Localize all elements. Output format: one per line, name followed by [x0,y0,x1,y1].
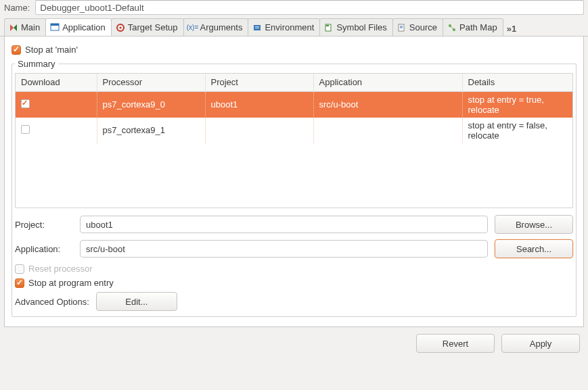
svg-rect-10 [326,25,329,26]
col-download[interactable]: Download [16,74,97,91]
dialog-footer: Revert Apply [0,327,588,360]
name-label: Name: [4,3,30,13]
cell-application [313,118,462,143]
summary-table[interactable]: Download Processor Project Application D… [16,74,572,143]
reset-processor-label: Reset processor [28,264,93,274]
tab-source[interactable]: Source [392,18,443,36]
summary-group: Summary Download Processor Project Appli… [12,59,576,317]
svg-rect-3 [51,24,59,26]
arguments-icon: (x)= [188,23,198,32]
col-processor[interactable]: Processor [97,74,205,91]
search-button[interactable]: Search... [495,239,573,258]
svg-rect-8 [255,28,259,28]
stop-at-entry-label: Stop at program entry [28,278,114,288]
symbols-icon [324,23,334,32]
tab-application[interactable]: Application [45,18,112,36]
cell-project: uboot1 [205,91,313,118]
application-panel: Stop at 'main' Summary Download Processo… [4,36,584,327]
stop-at-main-label: Stop at 'main' [25,45,78,55]
svg-point-5 [119,26,121,28]
tab-arguments[interactable]: (x)= Arguments [183,18,249,36]
reset-processor-checkbox [15,264,24,274]
pathmap-icon [447,23,457,32]
tab-path-map[interactable]: Path Map [443,18,503,36]
row-download-checkbox[interactable] [21,125,30,134]
tab-label: Target Setup [128,22,178,32]
tab-label: Environment [265,22,314,32]
application-label: Application: [15,244,73,254]
advanced-options-label: Advanced Options: [15,297,89,307]
tab-label: Source [409,22,437,32]
col-details[interactable]: Details [462,74,572,91]
svg-rect-7 [255,26,259,27]
svg-marker-0 [10,24,14,31]
project-label: Project: [15,220,73,230]
tab-label: Main [21,22,40,32]
revert-button[interactable]: Revert [416,334,495,353]
tab-label: Application [62,22,106,32]
svg-marker-1 [14,24,17,31]
tab-label: Symbol Files [336,22,386,32]
xilinx-icon [9,23,18,32]
col-application[interactable]: Application [313,74,462,91]
cell-project [205,118,313,143]
tab-label: Arguments [200,22,243,32]
tab-main[interactable]: Main [4,18,46,36]
application-field[interactable] [80,240,488,258]
cell-processor: ps7_cortexa9_0 [97,91,205,118]
cell-application: src/u-boot [313,91,462,118]
environment-icon [252,23,262,32]
table-row[interactable]: ps7_cortexa9_1 stop at entry = false, re… [16,118,572,143]
table-row[interactable]: ps7_cortexa9_0 uboot1 src/u-boot stop at… [16,91,572,118]
tab-label: Path Map [459,22,497,32]
cell-details: stop at entry = true, relocate [462,91,572,118]
tab-symbol-files[interactable]: Symbol Files [319,18,392,36]
summary-legend: Summary [15,59,58,69]
edit-button[interactable]: Edit... [96,292,177,311]
window-icon [50,22,60,32]
tab-target-setup[interactable]: Target Setup [111,18,184,36]
cell-details: stop at entry = false, relocate [462,118,572,143]
tab-bar: Main Application Target Setup (x)= Argum… [0,18,588,36]
stop-at-entry-checkbox[interactable] [15,278,24,288]
svg-line-16 [451,26,453,29]
summary-table-wrap: Download Processor Project Application D… [15,73,573,208]
apply-button[interactable]: Apply [501,334,580,353]
col-project[interactable]: Project [205,74,313,91]
browse-button[interactable]: Browse... [495,215,573,234]
stop-at-main-checkbox[interactable] [12,45,21,55]
project-field[interactable] [80,216,488,233]
tab-overflow[interactable]: »1 [503,22,520,36]
tab-environment[interactable]: Environment [248,18,320,36]
name-field[interactable] [35,0,584,15]
row-download-checkbox[interactable] [21,99,30,108]
source-icon [397,23,407,32]
cell-processor: ps7_cortexa9_1 [97,118,205,143]
target-icon [116,23,125,32]
